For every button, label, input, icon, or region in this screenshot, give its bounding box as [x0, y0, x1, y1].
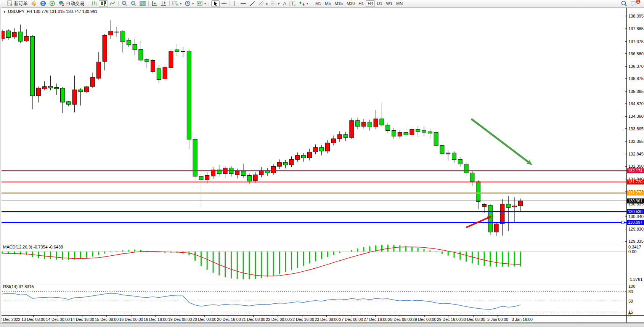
notifications-button[interactable]: 1 — [629, 0, 639, 7]
candle[interactable] — [506, 204, 511, 207]
candle[interactable] — [422, 130, 426, 132]
candle[interactable] — [72, 90, 77, 104]
timeframe-m5-button[interactable]: M5 — [323, 0, 332, 7]
timeframe-w1-button[interactable]: W1 — [384, 0, 395, 7]
candle[interactable] — [121, 31, 125, 42]
arrows-tool-dropdown[interactable]: ▾ — [297, 0, 310, 7]
candle[interactable] — [151, 60, 155, 71]
timeframe-mn-button[interactable]: MN — [394, 0, 405, 7]
candle[interactable] — [169, 51, 173, 68]
candle[interactable] — [187, 51, 191, 139]
candle[interactable] — [356, 120, 360, 126]
candle[interactable] — [61, 88, 65, 103]
bar-chart-mode-button[interactable] — [90, 0, 99, 7]
candle[interactable] — [476, 182, 480, 202]
period-dropdown[interactable]: ▾ — [183, 0, 195, 7]
crosshair-tool-button[interactable] — [220, 0, 228, 7]
fibonacci-tool[interactable]: F — [269, 0, 281, 7]
candle[interactable] — [434, 133, 438, 146]
candle[interactable] — [91, 78, 95, 87]
candle[interactable] — [205, 175, 209, 180]
cursor-tool-button[interactable] — [211, 0, 220, 7]
collapse-chart-icon[interactable]: ▼ — [3, 10, 6, 14]
candle[interactable] — [18, 32, 22, 41]
text-label-tool[interactable]: T — [288, 0, 297, 7]
candle[interactable] — [416, 129, 420, 132]
candle[interactable] — [66, 102, 71, 104]
candle[interactable] — [48, 86, 53, 88]
candle[interactable] — [362, 122, 366, 126]
candle[interactable] — [458, 159, 462, 164]
candle[interactable] — [494, 224, 498, 232]
candle[interactable] — [133, 44, 137, 50]
candle[interactable] — [337, 135, 342, 139]
candle[interactable] — [326, 143, 330, 151]
candle[interactable] — [175, 50, 179, 51]
signals-button[interactable] — [48, 0, 57, 7]
candle[interactable] — [428, 132, 432, 133]
history-center-button[interactable] — [29, 0, 39, 7]
candle[interactable] — [440, 146, 444, 154]
zoom-out-button[interactable] — [129, 0, 138, 7]
candle[interactable] — [181, 51, 185, 51]
timeframe-d1-button[interactable]: D1 — [375, 0, 384, 7]
candle[interactable] — [247, 176, 251, 181]
candle[interactable] — [199, 176, 203, 180]
chart-shift-button[interactable] — [159, 0, 168, 7]
candle[interactable] — [313, 147, 318, 152]
candle[interactable] — [79, 90, 83, 91]
candle[interactable] — [446, 153, 450, 154]
candle[interactable] — [139, 50, 143, 60]
candle[interactable] — [55, 88, 59, 89]
candle[interactable] — [404, 133, 408, 135]
horizontal-line-tool[interactable] — [239, 0, 248, 7]
candle[interactable] — [42, 87, 47, 89]
candle[interactable] — [500, 204, 504, 224]
candle[interactable] — [103, 35, 107, 62]
candle[interactable] — [145, 59, 149, 61]
candle[interactable] — [320, 147, 324, 151]
candle[interactable] — [96, 62, 101, 78]
equidistant-channel-tool[interactable]: E — [257, 0, 269, 7]
candle[interactable] — [6, 31, 10, 38]
candle[interactable] — [380, 119, 384, 125]
candle[interactable] — [512, 206, 517, 207]
candle[interactable] — [332, 139, 336, 143]
candle[interactable] — [241, 171, 246, 176]
timeframe-m15-button[interactable]: M15 — [333, 0, 345, 7]
candle[interactable] — [36, 88, 40, 96]
timeframe-h1-button[interactable]: H1 — [357, 0, 366, 7]
trendline-tool[interactable] — [248, 0, 257, 7]
candle[interactable] — [452, 153, 456, 160]
candle[interactable] — [271, 166, 276, 173]
candlestick-mode-button[interactable] — [99, 0, 108, 7]
candle[interactable] — [85, 87, 89, 92]
toolbar-grip[interactable] — [311, 1, 312, 6]
tile-windows-button[interactable] — [138, 0, 147, 7]
toolbar-grip[interactable] — [209, 1, 210, 6]
candle[interactable] — [235, 171, 239, 175]
candle[interactable] — [386, 125, 390, 130]
candle[interactable] — [127, 40, 131, 45]
candle[interactable] — [24, 36, 29, 41]
candle[interactable] — [368, 122, 372, 127]
price-chart[interactable]: 138.395137.885137.375136.880136.370135.8… — [0, 0, 644, 327]
toolbar-grip[interactable] — [87, 1, 88, 6]
candle[interactable] — [283, 162, 287, 165]
zoom-in-button[interactable] — [120, 0, 129, 7]
candle[interactable] — [350, 120, 354, 137]
autotrade-button[interactable]: 自动交易 — [57, 0, 86, 7]
candle[interactable] — [109, 31, 113, 35]
timeframe-m30-button[interactable]: M30 — [345, 0, 357, 7]
candle[interactable] — [163, 67, 167, 79]
candle[interactable] — [115, 32, 119, 32]
vertical-line-tool[interactable] — [231, 0, 239, 7]
candle[interactable] — [464, 164, 468, 173]
new-order-button[interactable]: + 新订单 — [5, 0, 29, 7]
line-selection-handle[interactable] — [622, 221, 624, 224]
auto-scroll-button[interactable] — [150, 0, 159, 7]
candle[interactable] — [157, 69, 161, 80]
template-dropdown[interactable]: ▾ — [195, 0, 207, 7]
candle[interactable] — [470, 173, 474, 181]
line-chart-mode-button[interactable] — [108, 0, 117, 7]
